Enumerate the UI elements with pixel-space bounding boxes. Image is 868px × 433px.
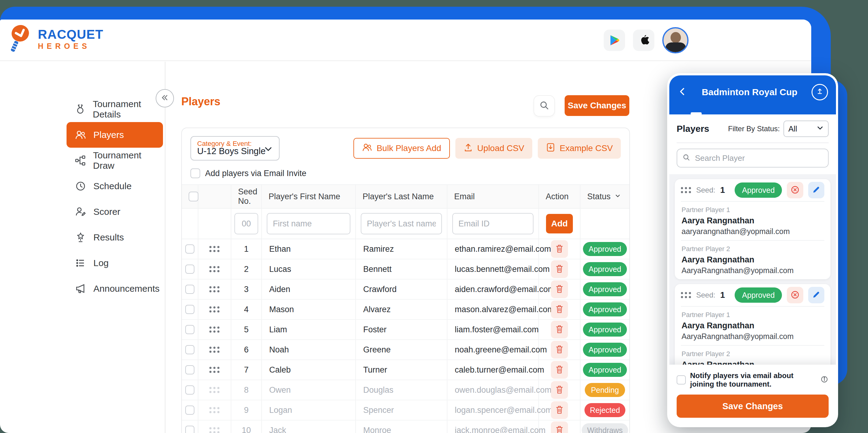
table-row: 1 Ethan Ramirez ethan.ramirez@email.com …	[182, 239, 629, 259]
example-csv-button[interactable]: Example CSV	[538, 138, 621, 159]
drag-handle-icon[interactable]	[209, 266, 220, 273]
delete-row-button[interactable]	[551, 341, 568, 359]
delete-row-button[interactable]	[551, 321, 568, 338]
seed-cell: 8	[231, 380, 262, 400]
sidebar-item-label: Players	[93, 130, 124, 140]
share-button[interactable]	[811, 84, 828, 100]
upload-csv-button[interactable]: Upload CSV	[455, 138, 532, 159]
row-checkbox[interactable]	[185, 385, 194, 395]
status-badge: Approved	[735, 183, 782, 198]
results-icon	[74, 231, 87, 244]
delete-row-button[interactable]	[551, 260, 568, 278]
drag-handle-icon[interactable]	[209, 367, 220, 373]
category-event-select[interactable]: Category & Event: U-12 Boys Single	[190, 136, 280, 160]
sidebar-item[interactable]: Players	[66, 122, 163, 148]
phone-tab[interactable]	[695, 108, 698, 115]
email-input[interactable]	[452, 213, 533, 234]
trash-icon	[555, 244, 564, 254]
player-cards-list[interactable]: Seed: 1 Approved	[669, 174, 836, 365]
filter-status-select[interactable]: All	[783, 121, 829, 137]
sidebar-item[interactable]: Scorer	[66, 199, 163, 224]
delete-row-button[interactable]	[551, 280, 568, 298]
select-all-checkbox[interactable]	[189, 192, 198, 202]
sidebar-collapse-button[interactable]	[156, 89, 174, 107]
row-checkbox[interactable]	[185, 244, 194, 254]
table-row: 5 Liam Foster liam.foster@email.com Appr…	[182, 320, 629, 340]
drag-handle-icon[interactable]	[209, 306, 220, 313]
row-checkbox[interactable]	[185, 305, 194, 314]
drag-handle-icon[interactable]	[681, 292, 691, 299]
player-search-box	[677, 149, 829, 167]
partner-label: Partner Player 2	[682, 245, 824, 253]
seed-input[interactable]	[235, 213, 258, 234]
sidebar-item[interactable]: Tournament Details	[66, 96, 163, 122]
info-icon[interactable]	[820, 375, 829, 385]
partner-name: Aarya Rangnathan	[682, 321, 824, 331]
delete-row-button[interactable]	[551, 422, 568, 433]
phone-tab[interactable]	[730, 108, 733, 115]
racquet-heroes-logo[interactable]: RACQUET HEROES	[8, 23, 103, 55]
sidebar-item[interactable]: Results	[66, 224, 163, 250]
last-name-cell: Douglas	[356, 380, 447, 400]
sidebar-item[interactable]: Tournament Draw	[66, 148, 163, 173]
last-name-cell: Foster	[356, 320, 447, 339]
phone-tab[interactable]	[748, 108, 750, 115]
drag-handle-icon[interactable]	[681, 187, 691, 193]
sidebar-item[interactable]: Announcements	[66, 276, 163, 302]
drag-handle-icon[interactable]	[209, 246, 220, 252]
last-name-input[interactable]	[361, 213, 442, 234]
status-badge: Approved	[735, 287, 782, 303]
reject-player-button[interactable]	[787, 287, 803, 303]
row-checkbox[interactable]	[185, 325, 194, 334]
circle-x-icon	[790, 185, 800, 195]
delete-row-button[interactable]	[551, 240, 568, 258]
sidebar-item[interactable]: Schedule	[66, 173, 163, 199]
row-checkbox[interactable]	[185, 345, 194, 354]
row-checkbox[interactable]	[185, 405, 194, 415]
sidebar-item-label: Results	[93, 232, 124, 243]
player-search-input[interactable]	[694, 153, 823, 163]
row-checkbox[interactable]	[185, 285, 194, 294]
delete-row-button[interactable]	[551, 301, 568, 318]
phone-tab[interactable]	[677, 108, 680, 115]
email-cell: owen.douglas@email.com	[447, 380, 539, 400]
delete-row-button[interactable]	[551, 381, 568, 399]
row-checkbox[interactable]	[185, 426, 194, 433]
delete-row-button[interactable]	[551, 401, 568, 419]
partner-email: aaryarangnathan@yopmail.com	[682, 227, 824, 236]
bulk-players-add-button[interactable]: Bulk Players Add	[353, 138, 450, 159]
save-changes-button[interactable]: Save Changes	[565, 95, 629, 116]
email-cell: lucas.bennett@email.com	[447, 259, 539, 279]
add-player-button[interactable]: Add	[546, 214, 573, 234]
reject-player-button[interactable]	[787, 182, 803, 198]
seed-cell: 10	[231, 421, 262, 433]
col-first-name: Player's First Name	[262, 185, 356, 208]
phone-save-changes-button[interactable]: Save Changes	[677, 395, 829, 418]
col-status[interactable]: Status	[581, 185, 629, 208]
phone-tab[interactable]	[713, 108, 715, 115]
drag-handle-icon[interactable]	[209, 387, 220, 393]
email-invite-checkbox[interactable]	[190, 168, 200, 178]
google-play-icon[interactable]	[604, 30, 625, 51]
back-icon[interactable]	[677, 86, 688, 98]
status-badge: Approved	[583, 302, 627, 316]
tournament-title: Badminton Royal Cup	[688, 87, 811, 97]
user-avatar[interactable]	[662, 27, 688, 53]
row-checkbox[interactable]	[185, 265, 194, 274]
drag-handle-icon[interactable]	[209, 286, 220, 292]
edit-player-button[interactable]	[808, 287, 824, 303]
row-checkbox[interactable]	[185, 365, 194, 374]
drag-handle-icon[interactable]	[209, 427, 220, 433]
edit-player-button[interactable]	[808, 182, 824, 198]
sidebar-item[interactable]: Log	[66, 250, 163, 276]
notify-checkbox[interactable]	[677, 375, 686, 384]
search-button[interactable]	[534, 96, 554, 116]
delete-row-button[interactable]	[551, 361, 568, 379]
logo-line1: RACQUET	[38, 28, 103, 41]
drag-handle-icon[interactable]	[209, 327, 220, 333]
first-name-input[interactable]	[267, 213, 350, 234]
drag-handle-icon[interactable]	[209, 407, 220, 413]
drag-handle-icon[interactable]	[209, 347, 220, 353]
category-value: U-12 Boys Single	[197, 146, 266, 156]
apple-icon[interactable]	[633, 30, 654, 51]
